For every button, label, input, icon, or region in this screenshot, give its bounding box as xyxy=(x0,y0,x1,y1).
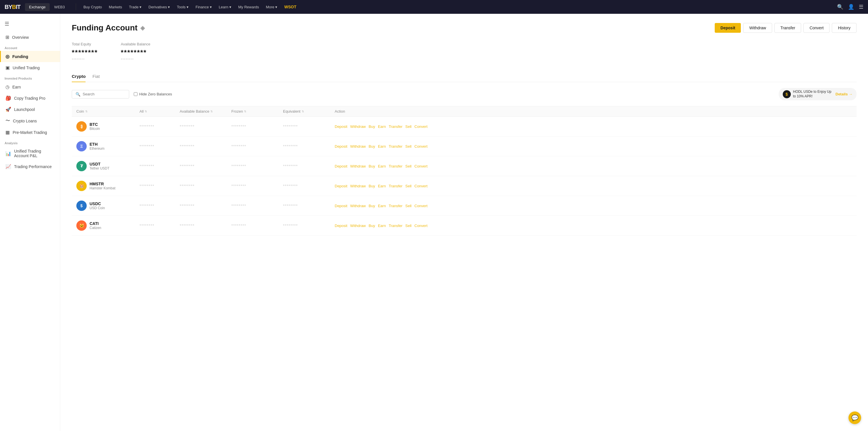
th-available: Available Balance ⇅ xyxy=(180,109,231,114)
sidebar-item-unified-trading[interactable]: ▣ Unified Trading xyxy=(0,62,60,73)
action-buy-eth[interactable]: Buy xyxy=(369,144,375,148)
hide-zero-checkbox[interactable] xyxy=(134,92,137,96)
funding-icon: ◎ xyxy=(5,54,9,59)
action-deposit-cati[interactable]: Deposit xyxy=(335,224,347,228)
action-buy-hmstr[interactable]: Buy xyxy=(369,184,375,188)
total-equity-value: ******** xyxy=(72,49,98,57)
action-transfer-btc[interactable]: Transfer xyxy=(389,124,402,129)
action-withdraw-hmstr[interactable]: Withdraw xyxy=(350,184,366,188)
action-transfer-cati[interactable]: Transfer xyxy=(389,224,402,228)
action-earn-usdc[interactable]: Earn xyxy=(378,204,386,208)
transfer-button[interactable]: Transfer xyxy=(774,23,801,33)
nav-rewards[interactable]: My Rewards xyxy=(236,3,262,11)
user-icon[interactable]: 👤 xyxy=(848,4,854,10)
action-convert-usdc[interactable]: Convert xyxy=(414,204,428,208)
logo[interactable]: BYBIT xyxy=(5,4,20,10)
action-withdraw-eth[interactable]: Withdraw xyxy=(350,144,366,148)
action-earn-hmstr[interactable]: Earn xyxy=(378,184,386,188)
th-all: All ⇅ xyxy=(140,109,180,114)
action-withdraw-usdt[interactable]: Withdraw xyxy=(350,164,366,168)
action-transfer-usdt[interactable]: Transfer xyxy=(389,164,402,168)
tab-crypto[interactable]: Crypto xyxy=(72,71,86,82)
action-sell-usdt[interactable]: Sell xyxy=(405,164,412,168)
action-buy-btc[interactable]: Buy xyxy=(369,124,375,129)
sidebar-item-crypto-loans[interactable]: 〜 Crypto Loans xyxy=(0,115,60,127)
nav-markets[interactable]: Markets xyxy=(106,3,125,11)
search-input[interactable] xyxy=(83,92,123,96)
trading-perf-icon: 📈 xyxy=(5,164,11,169)
nav-tools[interactable]: Tools ▾ xyxy=(174,3,191,11)
action-convert-eth[interactable]: Convert xyxy=(414,144,428,148)
action-deposit-hmstr[interactable]: Deposit xyxy=(335,184,347,188)
history-button[interactable]: History xyxy=(832,23,857,33)
coin-name-hmstr: Hamster Kombat xyxy=(90,186,115,190)
action-withdraw-btc[interactable]: Withdraw xyxy=(350,124,366,129)
tab-web3[interactable]: WEB3 xyxy=(50,3,69,11)
nav-trade[interactable]: Trade ▾ xyxy=(126,3,144,11)
visibility-icon[interactable]: ◈ xyxy=(141,24,145,31)
coin-symbol-usdc: USDC xyxy=(90,201,105,206)
action-buy-cati[interactable]: Buy xyxy=(369,224,375,228)
menu-icon[interactable]: ☰ xyxy=(859,4,863,10)
action-withdraw-usdc[interactable]: Withdraw xyxy=(350,204,366,208)
main-layout: ☰ ⊞ Overview Account ◎ Funding ▣ Unified… xyxy=(0,14,868,245)
action-links-hmstr: DepositWithdrawBuyEarnTransferSellConver… xyxy=(335,184,852,188)
action-deposit-usdc[interactable]: Deposit xyxy=(335,204,347,208)
nav-derivatives[interactable]: Derivatives ▾ xyxy=(146,3,173,11)
action-earn-cati[interactable]: Earn xyxy=(378,224,386,228)
action-deposit-eth[interactable]: Deposit xyxy=(335,144,347,148)
convert-button[interactable]: Convert xyxy=(803,23,830,33)
action-sell-cati[interactable]: Sell xyxy=(405,224,412,228)
sidebar-item-funding[interactable]: ◎ Funding xyxy=(0,51,60,62)
action-convert-cati[interactable]: Convert xyxy=(414,224,428,228)
action-sell-btc[interactable]: Sell xyxy=(405,124,412,129)
sidebar-item-premarket[interactable]: ▦ Pre-Market Trading xyxy=(0,127,60,138)
action-sell-hmstr[interactable]: Sell xyxy=(405,184,412,188)
search-icon[interactable]: 🔍 xyxy=(837,4,843,10)
nav-finance[interactable]: Finance ▾ xyxy=(193,3,215,11)
total-equity-sub: ******** xyxy=(72,58,98,62)
cell-equivalent-usdc: ******** xyxy=(283,203,335,208)
th-coin-sort[interactable]: ⇅ xyxy=(85,110,88,113)
action-transfer-usdc[interactable]: Transfer xyxy=(389,204,402,208)
action-earn-usdt[interactable]: Earn xyxy=(378,164,386,168)
action-deposit-btc[interactable]: Deposit xyxy=(335,124,347,129)
tab-fiat[interactable]: Fiat xyxy=(92,71,100,82)
sidebar-hamburger[interactable]: ☰ xyxy=(0,19,60,29)
nav-learn[interactable]: Learn ▾ xyxy=(216,3,234,11)
th-equivalent-sort[interactable]: ⇅ xyxy=(302,110,304,113)
withdraw-button[interactable]: Withdraw xyxy=(743,23,772,33)
th-available-sort[interactable]: ⇅ xyxy=(210,110,213,113)
deposit-button[interactable]: Deposit xyxy=(715,23,741,33)
action-earn-eth[interactable]: Earn xyxy=(378,144,386,148)
page-title: Funding Account ◈ xyxy=(72,23,145,32)
sidebar-item-unified-pnl[interactable]: 📊 Unified Trading Account P&L xyxy=(0,146,60,161)
th-frozen-sort[interactable]: ⇅ xyxy=(244,110,246,113)
sidebar-item-launchpool[interactable]: 🚀 Launchpool xyxy=(0,104,60,115)
action-convert-usdt[interactable]: Convert xyxy=(414,164,428,168)
sidebar-item-copy-trading[interactable]: 🎒 Copy Trading Pro xyxy=(0,92,60,104)
sidebar-item-earn[interactable]: ◷ Earn xyxy=(0,81,60,92)
hide-zero-label[interactable]: Hide Zero Balances xyxy=(134,92,172,96)
sidebar-item-overview[interactable]: ⊞ Overview xyxy=(0,32,60,43)
available-balance-label: Available Balance xyxy=(121,42,150,46)
tab-exchange[interactable]: Exchange xyxy=(25,3,50,11)
action-deposit-usdt[interactable]: Deposit xyxy=(335,164,347,168)
action-convert-hmstr[interactable]: Convert xyxy=(414,184,428,188)
action-transfer-eth[interactable]: Transfer xyxy=(389,144,402,148)
action-sell-eth[interactable]: Sell xyxy=(405,144,412,148)
action-convert-btc[interactable]: Convert xyxy=(414,124,428,129)
sidebar-item-trading-perf[interactable]: 📈 Trading Performance xyxy=(0,161,60,172)
nav-wsot[interactable]: WSOT xyxy=(281,3,299,11)
action-sell-usdc[interactable]: Sell xyxy=(405,204,412,208)
nav-more[interactable]: More ▾ xyxy=(263,3,280,11)
action-buy-usdt[interactable]: Buy xyxy=(369,164,375,168)
action-withdraw-cati[interactable]: Withdraw xyxy=(350,224,366,228)
action-buy-usdc[interactable]: Buy xyxy=(369,204,375,208)
th-all-sort[interactable]: ⇅ xyxy=(145,110,147,113)
action-earn-btc[interactable]: Earn xyxy=(378,124,386,129)
action-transfer-hmstr[interactable]: Transfer xyxy=(389,184,402,188)
nav-buy-crypto[interactable]: Buy Crypto xyxy=(81,3,105,11)
promo-link[interactable]: Details → xyxy=(836,92,852,96)
cell-equivalent-hmstr: ******** xyxy=(283,183,335,188)
